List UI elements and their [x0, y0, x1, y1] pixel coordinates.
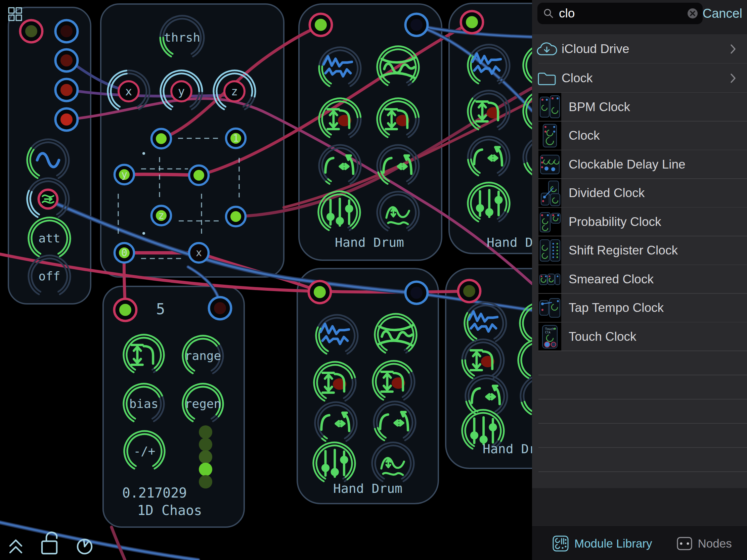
module-result[interactable]: Divided Clock [532, 179, 747, 208]
sliders-icon [327, 199, 353, 225]
app-window: att off thrsh x y z 1 y z 0 x 5 [0, 0, 747, 560]
sliders-icon [470, 417, 497, 444]
cancel-button[interactable]: Cancel [703, 0, 742, 27]
sequencer-node-x[interactable]: x [189, 243, 209, 263]
list-item-icloud-drive[interactable]: iCloud Drive [532, 34, 747, 63]
module-thumbnail [538, 265, 561, 293]
port-input[interactable] [55, 49, 78, 72]
sequencer-node-y[interactable]: y [114, 165, 134, 184]
port-input[interactable] [405, 282, 428, 304]
chevron-right-icon [730, 44, 736, 54]
port-output[interactable] [114, 299, 136, 321]
sequencer-node-0[interactable]: 0 [114, 243, 134, 263]
icloud-drive-icon [532, 41, 562, 57]
empty-list-row [532, 400, 747, 424]
port-input[interactable] [55, 20, 78, 42]
history-clock-icon[interactable] [78, 539, 92, 554]
collapse-up-icon[interactable] [10, 540, 22, 553]
port-output[interactable] [458, 280, 480, 302]
module-thumbnail [538, 122, 561, 150]
module-result[interactable]: BPM Clock [532, 93, 747, 122]
module-thumbnail [538, 179, 561, 207]
svg-text:x: x [196, 247, 202, 259]
module-result[interactable]: TouchClk Touch Clock [532, 322, 747, 351]
sequencer-node-1[interactable]: 1 [226, 129, 246, 148]
sequencer-node[interactable] [226, 207, 246, 226]
svg-text:Touch: Touch [545, 327, 554, 331]
port-output[interactable] [20, 20, 42, 42]
knob-label-y: y [178, 85, 185, 98]
tab-module-library[interactable]: Module Library [552, 535, 652, 552]
canvas-toolbar[interactable] [10, 532, 92, 554]
svg-text:1: 1 [233, 132, 239, 144]
search-query-text: clo [559, 6, 687, 21]
module-thumbnail [538, 294, 561, 322]
empty-list-row [532, 448, 747, 472]
sequencer-node[interactable] [152, 129, 171, 149]
chaos-steps-value: 5 [156, 300, 165, 318]
sequencer-node-z[interactable]: z [152, 206, 171, 225]
chaos-led-column [199, 425, 212, 488]
module-thumbnail [538, 93, 561, 121]
port-input[interactable] [55, 108, 78, 131]
knob-label-range: range [185, 349, 221, 363]
search-bar: clo Cancel [532, 0, 747, 34]
module-title-hand-drum: Hand Drum [335, 235, 404, 250]
module-thumbnail: TouchClk [538, 323, 561, 351]
empty-list-row [532, 351, 747, 375]
module-result[interactable]: Smeared Clock [532, 265, 747, 294]
search-results-list: iCloud Drive Clock BPM Clock Clock [532, 34, 747, 472]
module-result[interactable]: Shift Register Clock [532, 236, 747, 265]
port-input[interactable] [55, 79, 78, 101]
knob-label-sign: -/+ [133, 444, 155, 458]
empty-list-row [532, 424, 747, 448]
nodes-icon [676, 535, 693, 552]
sliders-icon [476, 190, 503, 217]
knob-label-z: z [231, 85, 238, 98]
knob-label-bias: bias [129, 397, 158, 410]
tab-nodes[interactable]: Nodes [676, 535, 732, 552]
port-output[interactable] [310, 14, 332, 36]
module-library-panel: clo Cancel iCloud Drive [532, 0, 747, 560]
module-thumbnail [538, 236, 561, 265]
module-result[interactable]: Clock [532, 122, 747, 151]
search-input[interactable]: clo [537, 3, 703, 24]
svg-text:y: y [121, 168, 127, 180]
module-title-1d-chaos: 1D Chaos [137, 503, 202, 518]
knob-label-att: att [38, 231, 60, 245]
chaos-readout: 0.217029 [122, 485, 187, 501]
module-library-icon [552, 535, 569, 552]
module-result[interactable]: Clockable Delay Line [532, 150, 747, 179]
list-filler [532, 472, 747, 488]
sequencer-node[interactable] [189, 165, 209, 185]
svg-text:z: z [158, 210, 164, 221]
port-output[interactable] [461, 11, 483, 33]
knob-label-regen: regen [185, 397, 221, 410]
knob-label-off: off [38, 269, 60, 283]
module-result[interactable]: Tap Tempo Clock [532, 294, 747, 323]
module-xyz-sequencer[interactable] [101, 4, 284, 277]
folder-icon [532, 71, 562, 86]
list-item-clock-folder[interactable]: Clock [532, 63, 747, 93]
empty-list-row [532, 375, 747, 400]
chevron-right-icon [730, 73, 736, 83]
svg-text:0: 0 [121, 247, 127, 259]
port-input[interactable] [405, 14, 428, 36]
svg-text:Clk: Clk [545, 331, 551, 334]
port-input[interactable] [209, 297, 231, 319]
knob-label-thrsh: thrsh [164, 31, 200, 44]
module-thumbnail [538, 151, 561, 179]
knob-label-x: x [125, 85, 132, 98]
module-result[interactable]: Probability Clock [532, 208, 747, 236]
library-tab-bar: Module Library Nodes [532, 527, 747, 560]
clear-search-button[interactable] [687, 7, 699, 20]
module-title-hand-drum: Hand Drum [333, 481, 403, 496]
search-icon [543, 8, 554, 19]
module-thumbnail [538, 208, 561, 236]
port-output[interactable] [309, 281, 331, 303]
sliders-icon [321, 450, 348, 477]
